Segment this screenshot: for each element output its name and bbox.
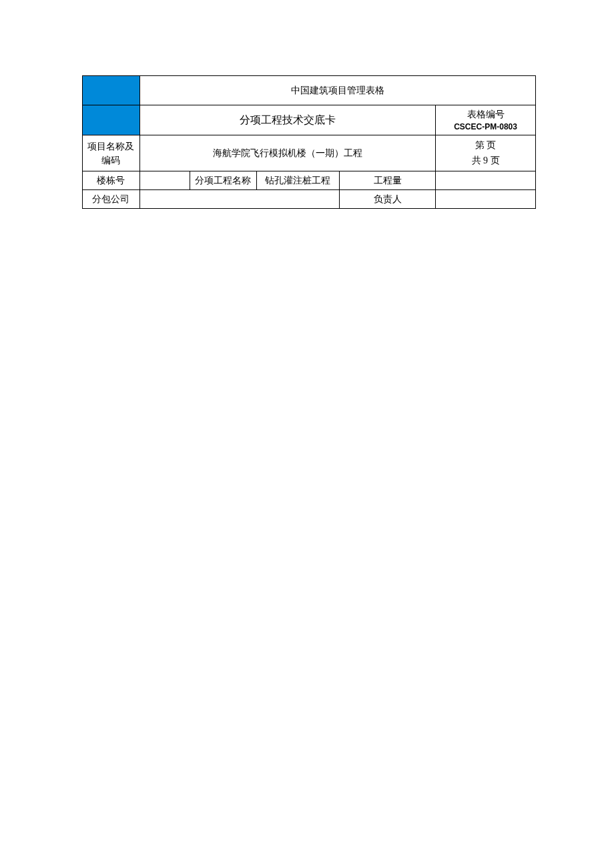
page-info-cell: 第 页 共 9 页 xyxy=(436,135,536,171)
quantity-value xyxy=(436,171,536,190)
project-name-label: 项目名称及 编码 xyxy=(83,135,140,171)
total-pages: 共 9 页 xyxy=(437,153,534,168)
project-name-label-line2: 编码 xyxy=(84,153,138,167)
page-label: 第 页 xyxy=(437,138,534,153)
form-code-value: CSCEC-PM-0803 xyxy=(437,121,534,133)
subitem-label: 分项工程名称 xyxy=(190,171,256,190)
form-table: 中国建筑项目管理表格 分项工程技术交底卡 表格编号 CSCEC-PM-0803 … xyxy=(82,75,536,209)
project-name-value: 海航学院飞行模拟机楼（一期）工程 xyxy=(139,135,435,171)
subtitle: 分项工程技术交底卡 xyxy=(139,105,435,135)
subcontractor-value xyxy=(139,190,340,209)
building-value xyxy=(139,171,190,190)
responsible-value xyxy=(436,190,536,209)
quantity-label: 工程量 xyxy=(340,171,436,190)
subcontractor-label: 分包公司 xyxy=(83,190,140,209)
building-label: 楼栋号 xyxy=(83,171,140,190)
form-code-label: 表格编号 xyxy=(437,108,534,121)
project-name-label-line1: 项目名称及 xyxy=(84,139,138,153)
header-blue-cell-2 xyxy=(83,105,140,135)
responsible-label: 负责人 xyxy=(340,190,436,209)
header-blue-cell-1 xyxy=(83,76,140,105)
main-title: 中国建筑项目管理表格 xyxy=(139,76,535,105)
form-code-cell: 表格编号 CSCEC-PM-0803 xyxy=(436,105,536,135)
subitem-value: 钻孔灌注桩工程 xyxy=(256,171,340,190)
